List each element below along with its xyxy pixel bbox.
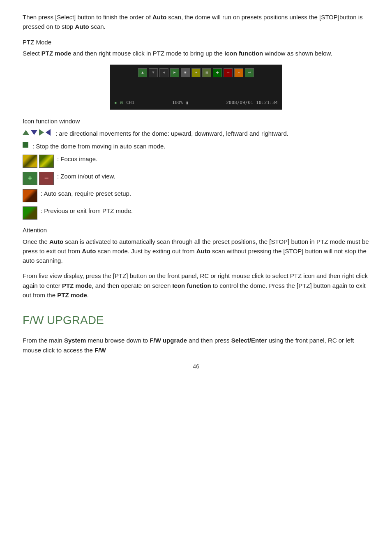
stop-text: : Stop the dome from moving in auto scan…: [32, 142, 166, 151]
ptz-screenshot: ▲ ▼ ◄ ► ■ ✦ ⊞ + − ⌖ ↩ ▪ ⊡ CH1: [110, 65, 282, 110]
status-center: 100% ▮: [172, 99, 189, 106]
toolbar-left: ◄: [159, 68, 168, 77]
ptz-end: window as shown below.: [263, 50, 332, 57]
arrow-up-icon: [23, 130, 29, 135]
fw-text-3: and then press: [187, 337, 231, 344]
fw-upgrade-para: From the main System menu browse down to…: [23, 336, 369, 355]
fw-bold-1: System: [64, 337, 86, 344]
ptz-mode-para: Select PTZ mode and then right mouse cli…: [23, 49, 369, 58]
fw-bold-2: F/W upgrade: [150, 337, 187, 344]
att-bold-1: Auto: [49, 238, 63, 245]
icon-function-section: Icon function window : are directional m…: [23, 116, 369, 220]
toolbar-right: ►: [170, 68, 179, 77]
fw-text-2: menu browse down to: [86, 337, 150, 344]
toolbar-zoom-out: −: [224, 68, 233, 77]
att2-text-2: , and then operate on screen: [92, 282, 172, 289]
intro-text-1: Then press [Select] button to finish the…: [23, 14, 152, 21]
icon-function-heading: Icon function window: [23, 116, 369, 126]
exit-icon: [23, 206, 37, 220]
att2-bold-2: Icon function: [172, 282, 211, 289]
direction-arrows: [23, 129, 51, 136]
arrow-down-icon: [31, 130, 37, 135]
intro-paragraph: Then press [Select] button to finish the…: [23, 12, 369, 32]
toolbar-stop: ■: [181, 68, 190, 77]
focus1-icon: [23, 155, 37, 168]
fw-upgrade-section: F/W UPGRADE From the main System menu br…: [23, 311, 369, 355]
exit-item: : Previous or exit from PTZ mode.: [23, 206, 369, 220]
toolbar-auto: ⌖: [234, 68, 243, 77]
zoom-icons: + −: [23, 172, 54, 185]
ptz-bold-2: Icon function: [224, 50, 263, 57]
page-number: 46: [23, 363, 369, 370]
focus-item: : Focus image.: [23, 155, 369, 168]
intro-text-3: scan.: [89, 23, 106, 30]
toolbar-exit: ↩: [245, 68, 254, 77]
ptz-rest: and then right mouse click in PTZ mode t…: [71, 50, 224, 57]
stop-item: : Stop the dome from moving in auto scan…: [23, 142, 369, 151]
att-bold-3: Auto: [196, 248, 210, 255]
exit-text: : Previous or exit from PTZ mode.: [41, 206, 133, 215]
status-bar: ▪ ⊡ CH1 100% ▮ 2008/09/01 10:21:34: [114, 97, 278, 106]
arrow-left-icon: [46, 129, 51, 136]
autoscan-text: : Auto scan, require preset setup.: [41, 189, 131, 198]
ptz-mode-section: PTZ Mode Select PTZ mode and then right …: [23, 37, 369, 58]
fw-bold-3: Select/Enter: [231, 337, 267, 344]
focus2-icon: [39, 155, 54, 168]
arrow-right-icon: [39, 129, 44, 136]
focus-icons: [23, 155, 54, 168]
toolbar-down: ▼: [149, 68, 158, 77]
autoscan-item: : Auto scan, require preset setup.: [23, 189, 369, 202]
zoom-text: : Zoom in/out of view.: [57, 172, 115, 181]
status-right: 2008/09/01 10:21:34: [226, 99, 278, 106]
att2-text-4: .: [87, 292, 89, 299]
attention-heading: Attention: [23, 225, 369, 235]
att-text-3: scan mode. Just by exiting out from: [96, 248, 196, 255]
autoscan-icons: [23, 189, 37, 202]
attention-para1: Once the Auto scan is activated to autom…: [23, 237, 369, 266]
toolbar-up: ▲: [138, 68, 147, 77]
icon-toolbar: ▲ ▼ ◄ ► ■ ✦ ⊞ + − ⌖ ↩: [138, 68, 254, 77]
toolbar-focus2: ⊞: [202, 68, 211, 77]
autoscan-icon: [23, 189, 37, 202]
fw-text-1: From the main: [23, 337, 64, 344]
page: Then press [Select] button to finish the…: [0, 0, 392, 535]
ptz-mode-heading: PTZ Mode: [23, 37, 369, 47]
zoom-item: + − : Zoom in/out of view.: [23, 172, 369, 185]
att2-bold-3: PTZ mode: [57, 292, 87, 299]
toolbar-focus1: ✦: [191, 68, 201, 77]
exit-icons: [23, 206, 37, 220]
focus-text: : Focus image.: [57, 155, 97, 163]
ptz-para-1: Select: [23, 50, 42, 57]
ptz-bold-1: PTZ mode: [42, 50, 71, 57]
zoom-in-icon: +: [23, 172, 37, 185]
stop-square-icon: [23, 142, 28, 148]
directions-text: : are directional movements for the dome…: [55, 129, 288, 138]
intro-bold-1: Auto: [152, 14, 166, 21]
toolbar-zoom-in: +: [213, 68, 222, 77]
intro-bold-2: Auto: [75, 23, 89, 30]
ptz-image-container: ▲ ▼ ◄ ► ■ ✦ ⊞ + − ⌖ ↩ ▪ ⊡ CH1: [23, 65, 369, 110]
att-text-1: Once the: [23, 238, 49, 245]
fw-bold-4: F/W: [95, 347, 106, 354]
att2-bold-1: PTZ mode: [62, 282, 92, 289]
direction-item: : are directional movements for the dome…: [23, 129, 369, 138]
zoom-out-icon: −: [39, 172, 54, 185]
icon-func-list: : are directional movements for the dome…: [23, 129, 369, 220]
att-bold-2: Auto: [82, 248, 96, 255]
attention-para2: From live view display, press the [PTZ] …: [23, 271, 369, 300]
fw-upgrade-heading: F/W UPGRADE: [23, 311, 369, 329]
attention-section: Attention Once the Auto scan is activate…: [23, 225, 369, 300]
status-left: ▪ ⊡ CH1: [114, 99, 134, 106]
